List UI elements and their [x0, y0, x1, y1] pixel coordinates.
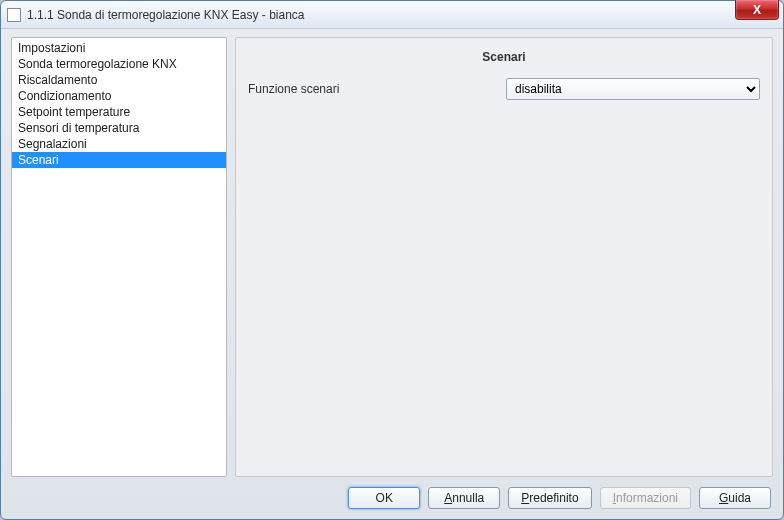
close-button[interactable]: X — [735, 0, 779, 20]
form-row-funzione-scenari: Funzione scenari disabilita — [248, 78, 760, 100]
sidebar-item-riscaldamento[interactable]: Riscaldamento — [12, 72, 226, 88]
sidebar-item-label: Sensori di temperatura — [18, 121, 139, 135]
button-label: Annulla — [444, 491, 484, 505]
ok-button[interactable]: OK — [348, 487, 420, 509]
dialog-window: 1.1.1 Sonda di termoregolazione KNX Easy… — [0, 0, 784, 520]
window-title: 1.1.1 Sonda di termoregolazione KNX Easy… — [27, 8, 305, 22]
sidebar-item-label: Condizionamento — [18, 89, 111, 103]
sidebar-item-label: Riscaldamento — [18, 73, 97, 87]
sidebar-item-impostazioni[interactable]: Impostazioni — [12, 40, 226, 56]
sidebar-item-sonda-knx[interactable]: Sonda termoregolazione KNX — [12, 56, 226, 72]
button-label: Informazioni — [613, 491, 678, 505]
sidebar-item-label: Impostazioni — [18, 41, 85, 55]
button-label: Guida — [719, 491, 751, 505]
select-funzione-scenari[interactable]: disabilita — [506, 78, 760, 100]
sidebar-item-label: Scenari — [18, 153, 59, 167]
client-area: Impostazioni Sonda termoregolazione KNX … — [1, 29, 783, 519]
sidebar-item-scenari[interactable]: Scenari — [12, 152, 226, 168]
default-button[interactable]: Predefinito — [508, 487, 591, 509]
panes: Impostazioni Sonda termoregolazione KNX … — [11, 37, 773, 477]
sidebar-item-sensori[interactable]: Sensori di temperatura — [12, 120, 226, 136]
combo-funzione-scenari[interactable]: disabilita — [506, 78, 760, 100]
button-label: Predefinito — [521, 491, 578, 505]
help-button[interactable]: Guida — [699, 487, 771, 509]
sidebar-item-label: Segnalazioni — [18, 137, 87, 151]
form-label: Funzione scenari — [248, 82, 496, 96]
button-label: OK — [376, 491, 393, 505]
sidebar-item-setpoint[interactable]: Setpoint temperature — [12, 104, 226, 120]
content-panel: Scenari Funzione scenari disabilita — [235, 37, 773, 477]
content-title: Scenari — [248, 46, 760, 78]
sidebar: Impostazioni Sonda termoregolazione KNX … — [11, 37, 227, 477]
sidebar-item-segnalazioni[interactable]: Segnalazioni — [12, 136, 226, 152]
info-button: Informazioni — [600, 487, 691, 509]
sidebar-item-label: Setpoint temperature — [18, 105, 130, 119]
titlebar: 1.1.1 Sonda di termoregolazione KNX Easy… — [1, 1, 783, 29]
cancel-button[interactable]: Annulla — [428, 487, 500, 509]
button-bar: OK Annulla Predefinito Informazioni Guid… — [11, 477, 773, 513]
app-icon — [7, 8, 21, 22]
sidebar-item-label: Sonda termoregolazione KNX — [18, 57, 177, 71]
sidebar-item-condizionamento[interactable]: Condizionamento — [12, 88, 226, 104]
close-icon: X — [753, 3, 761, 17]
